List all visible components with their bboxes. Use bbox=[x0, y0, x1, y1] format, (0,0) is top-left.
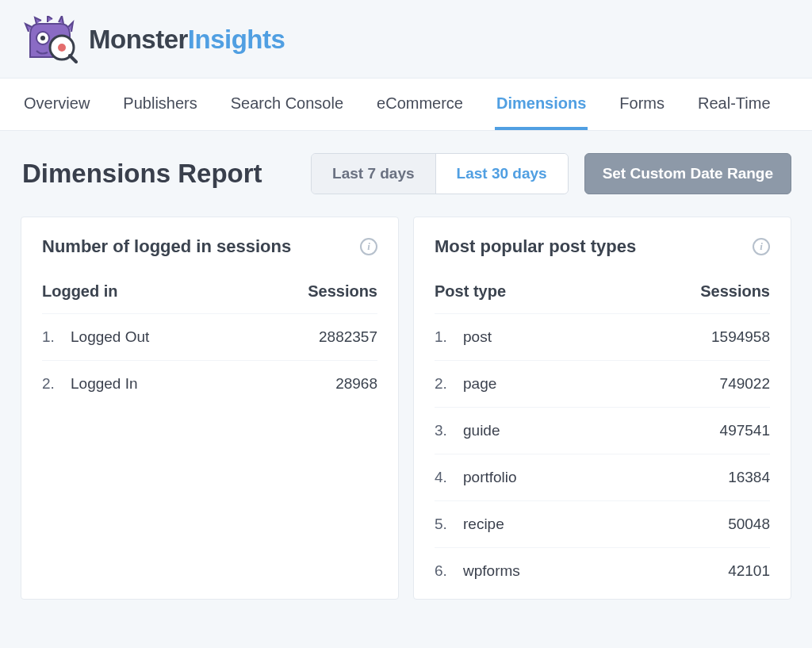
app-header: MonsterInsights bbox=[0, 0, 812, 78]
brand-text: MonsterInsights bbox=[89, 25, 285, 55]
row-index: 4. bbox=[435, 469, 463, 486]
card-header: Number of logged in sessionsi bbox=[21, 217, 398, 263]
table-row: 1.Logged Out2882357 bbox=[42, 313, 377, 360]
row-value: 497541 bbox=[720, 422, 770, 439]
date-range-last-30-days[interactable]: Last 30 days bbox=[435, 154, 568, 194]
report-controls: Dimensions Report Last 7 daysLast 30 day… bbox=[0, 131, 812, 202]
row-value: 42101 bbox=[728, 562, 770, 580]
main-nav: OverviewPublishersSearch ConsoleeCommerc… bbox=[0, 78, 812, 131]
info-icon[interactable]: i bbox=[753, 238, 770, 255]
table-row: 1.post1594958 bbox=[435, 313, 770, 360]
svg-line-4 bbox=[70, 56, 76, 62]
page-title: Dimensions Report bbox=[22, 159, 262, 189]
table-header-label: Post type bbox=[435, 282, 506, 301]
nav-item-ecommerce[interactable]: eCommerce bbox=[375, 79, 465, 130]
row-name: recipe bbox=[463, 516, 504, 533]
table-header-label: Logged in bbox=[42, 282, 118, 301]
row-value: 28968 bbox=[335, 375, 377, 393]
nav-item-publishers[interactable]: Publishers bbox=[121, 79, 198, 130]
row-name: wpforms bbox=[463, 562, 520, 580]
nav-item-forms[interactable]: Forms bbox=[618, 79, 666, 130]
nav-item-dimensions[interactable]: Dimensions bbox=[495, 79, 588, 130]
brand-text-part2: Insights bbox=[188, 25, 285, 54]
table-header-sessions: Sessions bbox=[700, 282, 770, 301]
table-row: 2.Logged In28968 bbox=[42, 360, 377, 407]
row-value: 50048 bbox=[728, 516, 770, 533]
table-header-row: Logged inSessions bbox=[42, 273, 377, 313]
row-name: portfolio bbox=[463, 469, 517, 486]
row-name: guide bbox=[463, 422, 500, 439]
set-custom-date-range-button[interactable]: Set Custom Date Range bbox=[584, 153, 791, 194]
report-card: Number of logged in sessionsiLogged inSe… bbox=[21, 217, 399, 600]
nav-item-overview[interactable]: Overview bbox=[22, 79, 91, 130]
row-index: 3. bbox=[435, 422, 463, 439]
report-card: Most popular post typesiPost typeSession… bbox=[413, 217, 791, 600]
svg-point-1 bbox=[40, 36, 45, 40]
svg-point-3 bbox=[58, 44, 66, 52]
row-value: 16384 bbox=[728, 469, 770, 486]
date-range-last-7-days[interactable]: Last 7 days bbox=[312, 154, 435, 194]
brand-text-part1: Monster bbox=[89, 25, 188, 54]
row-index: 1. bbox=[435, 328, 463, 346]
row-name: Logged Out bbox=[71, 328, 149, 346]
row-index: 5. bbox=[435, 516, 463, 533]
row-value: 749022 bbox=[720, 375, 770, 393]
date-range-group: Last 7 daysLast 30 days bbox=[311, 153, 569, 194]
card-title: Number of logged in sessions bbox=[42, 236, 291, 257]
card-table: Post typeSessions1.post15949582.page7490… bbox=[414, 263, 791, 599]
table-header-sessions: Sessions bbox=[308, 282, 377, 301]
row-name: page bbox=[463, 375, 496, 393]
row-value: 2882357 bbox=[319, 328, 377, 346]
nav-item-search-console[interactable]: Search Console bbox=[229, 79, 345, 130]
card-header: Most popular post typesi bbox=[414, 217, 791, 263]
row-value: 1594958 bbox=[711, 328, 770, 346]
card-table: Logged inSessions1.Logged Out28823572.Lo… bbox=[21, 263, 398, 412]
table-row: 2.page749022 bbox=[435, 360, 770, 407]
report-cards: Number of logged in sessionsiLogged inSe… bbox=[0, 202, 812, 600]
row-name: Logged In bbox=[71, 375, 138, 393]
row-index: 6. bbox=[435, 562, 463, 580]
row-index: 2. bbox=[435, 375, 463, 393]
table-row: 3.guide497541 bbox=[435, 407, 770, 454]
info-icon[interactable]: i bbox=[360, 238, 377, 255]
nav-item-real-time[interactable]: Real-Time bbox=[696, 79, 772, 130]
table-row: 4.portfolio16384 bbox=[435, 454, 770, 500]
monster-icon bbox=[24, 16, 78, 63]
row-index: 1. bbox=[42, 328, 71, 346]
brand-logo: MonsterInsights bbox=[24, 16, 285, 63]
table-header-row: Post typeSessions bbox=[435, 273, 770, 313]
row-name: post bbox=[463, 328, 492, 346]
table-row: 5.recipe50048 bbox=[435, 500, 770, 547]
card-title: Most popular post types bbox=[435, 236, 636, 257]
table-row: 6.wpforms42101 bbox=[435, 547, 770, 594]
row-index: 2. bbox=[42, 375, 71, 393]
